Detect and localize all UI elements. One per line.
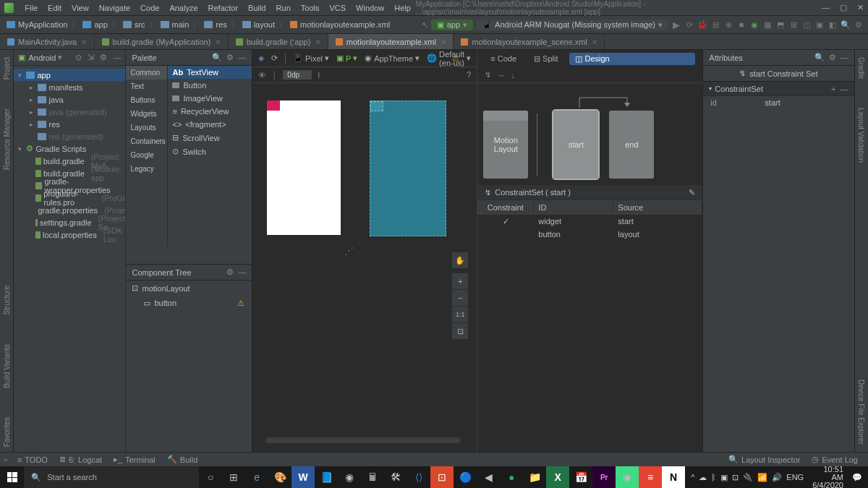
theme-select[interactable]: ◉ AppTheme ▾ xyxy=(365,53,420,63)
tab-close-icon[interactable]: × xyxy=(315,38,320,46)
hide-icon[interactable]: — xyxy=(841,53,848,62)
taskbar-app-paint3d[interactable]: 🎨 xyxy=(268,466,292,488)
tab-close-icon[interactable]: × xyxy=(441,38,446,46)
palette-item-fragment[interactable]: <><fragment> xyxy=(168,118,252,131)
run-config-select[interactable]: ▣app▾ xyxy=(431,20,473,30)
hide-pane-icon[interactable]: — xyxy=(113,53,121,62)
menu-refactor[interactable]: Refactor xyxy=(203,4,244,12)
menu-vcs[interactable]: VCS xyxy=(324,4,351,12)
motion-state-motionlayout[interactable]: Motion Layout xyxy=(483,111,528,179)
menu-help[interactable]: Help xyxy=(389,4,416,12)
taskbar-app-3dviewer[interactable]: 📘 xyxy=(315,466,338,488)
motion-state-end[interactable]: end xyxy=(609,111,654,179)
layout-inspector-icon[interactable]: ◫ xyxy=(801,20,812,30)
statusbar-logcat[interactable]: ≣ 6: Logcat xyxy=(54,455,108,464)
close-button[interactable]: ✕ xyxy=(857,3,864,12)
expand-all-icon[interactable]: ⇲ xyxy=(88,53,94,62)
api-select[interactable]: ▣ P ▾ xyxy=(336,53,357,63)
create-swipe-icon[interactable]: ↓ xyxy=(511,71,515,80)
component-tree-button[interactable]: ▭button⚠ xyxy=(126,296,252,311)
rail-project[interactable]: Project xyxy=(3,57,11,80)
gear-icon[interactable]: ⚙ xyxy=(226,267,234,277)
search-icon[interactable]: 🔍 xyxy=(212,53,222,62)
edit-icon[interactable]: ✎ xyxy=(689,188,695,197)
view-options-icon[interactable]: 👁 xyxy=(258,71,266,80)
column-id[interactable]: ID xyxy=(534,203,613,212)
attribute-row-id[interactable]: id start xyxy=(703,96,854,109)
palette-cat-containers[interactable]: Containers xyxy=(126,134,167,148)
tab-motionlayoutexample-scene[interactable]: motionlayoutexample_scene.xml× xyxy=(454,34,605,49)
palette-item-scrollview[interactable]: ⊟ScrollView xyxy=(168,131,252,145)
project-view-select[interactable]: Android xyxy=(28,53,56,62)
rail-gradle[interactable]: Gradle xyxy=(857,57,865,79)
debug-button[interactable]: 🐞 xyxy=(697,20,707,30)
tray-clock[interactable]: 10:51 AM 6/4/2020 xyxy=(808,466,848,489)
device-select[interactable]: 📱 Pixel ▾ xyxy=(293,53,329,63)
horizontal-scrollbar[interactable] xyxy=(265,437,461,443)
taskbar-app-edge[interactable]: e xyxy=(245,466,268,488)
palette-item-switch[interactable]: ⊙Switch xyxy=(168,145,252,158)
sdk-button[interactable]: ⬒ xyxy=(775,20,786,30)
tab-close-icon[interactable]: × xyxy=(216,38,220,46)
palette-cat-buttons[interactable]: Buttons xyxy=(126,93,167,107)
palette-item-imageview[interactable]: ImageView xyxy=(168,92,252,105)
search-icon[interactable]: 🔍 xyxy=(814,53,825,62)
palette-cat-text[interactable]: Text xyxy=(126,80,167,93)
nav-back-icon[interactable]: ↖ xyxy=(422,20,428,30)
blueprint-preview[interactable] xyxy=(370,100,446,236)
menu-file[interactable]: File xyxy=(20,4,43,12)
taskbar-app-unity[interactable]: ◀ xyxy=(477,466,500,488)
gear-icon[interactable]: ⚙ xyxy=(829,53,836,62)
create-transition-icon[interactable]: ↯ xyxy=(485,70,491,80)
viewmode-code[interactable]: ≡Code xyxy=(485,53,522,64)
crumb-module[interactable]: app xyxy=(80,20,109,29)
attach-debugger-button[interactable]: ⊕ xyxy=(723,20,733,30)
motion-state-start[interactable]: start xyxy=(553,111,598,179)
tray-gpu-icon[interactable]: ▣ xyxy=(720,473,728,482)
tray-onedrive-icon[interactable]: ☁ xyxy=(699,473,707,482)
database-icon[interactable]: ◧ xyxy=(827,20,838,30)
sync-button[interactable]: ◉ xyxy=(749,20,760,30)
taskbar-app-notion[interactable]: N xyxy=(662,466,685,488)
taskbar-app-explorer[interactable]: 📁 xyxy=(523,466,546,488)
hide-icon[interactable]: — xyxy=(238,267,246,277)
palette-cat-legacy[interactable]: Legacy xyxy=(126,162,167,176)
tray-notifications-icon[interactable]: 💬 xyxy=(852,473,862,482)
profiler-button[interactable]: ⊟ xyxy=(710,20,720,30)
rail-favorites[interactable]: Favorites xyxy=(3,417,11,447)
design-surface-select[interactable]: ◈ xyxy=(258,53,264,63)
palette-cat-layouts[interactable]: Layouts xyxy=(126,121,167,134)
hide-icon[interactable]: — xyxy=(238,53,246,62)
attributes-section-constraintset[interactable]: ▾ConstraintSet +— xyxy=(703,82,854,96)
taskbar-app-calendar[interactable]: 📅 xyxy=(569,466,592,488)
crumb-res[interactable]: res xyxy=(202,20,229,29)
taskbar-search[interactable]: 🔍Start a search xyxy=(24,466,199,488)
palette-cat-google[interactable]: Google xyxy=(126,148,167,162)
palette-item-recyclerview[interactable]: ≡RecyclerView xyxy=(168,105,252,118)
column-source[interactable]: Source xyxy=(613,203,702,212)
design-preview[interactable] xyxy=(267,100,341,235)
margin-input[interactable] xyxy=(283,70,312,80)
crumb-project[interactable]: MyApplication xyxy=(4,20,69,29)
menu-build[interactable]: Build xyxy=(243,4,271,12)
resource-manager-icon[interactable]: ⊞ xyxy=(788,20,799,30)
rail-layout-validation[interactable]: Layout Validation xyxy=(857,108,865,163)
table-row[interactable]: ✓ widget start xyxy=(477,215,702,228)
palette-item-button[interactable]: Button xyxy=(168,79,252,92)
menu-window[interactable]: Window xyxy=(351,4,389,12)
taskbar-app-premiere[interactable]: Pr xyxy=(592,466,616,488)
palette-cat-widgets[interactable]: Widgets xyxy=(126,107,167,121)
table-row[interactable]: button layout xyxy=(477,228,702,241)
add-icon[interactable]: + xyxy=(831,85,835,93)
text-cursor-icon[interactable]: I xyxy=(318,71,320,80)
tree-node-java[interactable]: ▸java xyxy=(14,93,125,106)
tray-wifi-icon[interactable]: 📶 xyxy=(757,473,767,482)
minimize-icon[interactable]: — xyxy=(841,85,848,93)
palette-item-textview[interactable]: AbTextView xyxy=(168,66,252,79)
taskbar-app-ide[interactable]: 🛠 xyxy=(384,466,407,488)
start-button[interactable] xyxy=(0,466,24,488)
gear-icon[interactable]: ⚙ xyxy=(226,53,234,62)
device-select[interactable]: 📱Android ARM Nougat (Missing system imag… xyxy=(476,20,668,30)
tree-node-proguard[interactable]: proguard-rules.pro (ProGr xyxy=(14,192,125,204)
tab-buildgradle-project[interactable]: build.gradle (MyApplication)× xyxy=(95,34,229,49)
